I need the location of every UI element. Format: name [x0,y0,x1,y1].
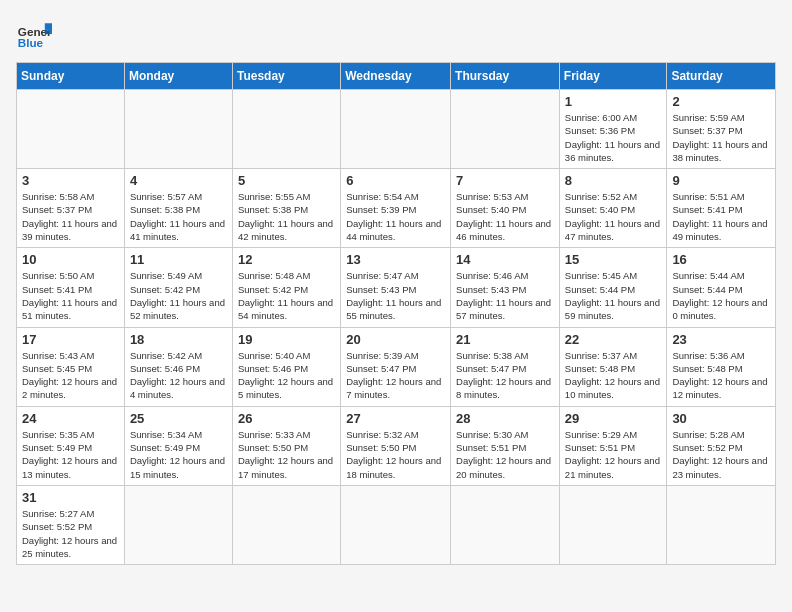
calendar-header-row: SundayMondayTuesdayWednesdayThursdayFrid… [17,63,776,90]
column-header-friday: Friday [559,63,667,90]
calendar-cell: 29Sunrise: 5:29 AM Sunset: 5:51 PM Dayli… [559,406,667,485]
day-number: 6 [346,173,445,188]
calendar-cell: 11Sunrise: 5:49 AM Sunset: 5:42 PM Dayli… [124,248,232,327]
day-number: 5 [238,173,335,188]
day-info: Sunrise: 5:59 AM Sunset: 5:37 PM Dayligh… [672,111,770,164]
calendar-cell: 2Sunrise: 5:59 AM Sunset: 5:37 PM Daylig… [667,90,776,169]
day-number: 17 [22,332,119,347]
calendar-week-6: 31Sunrise: 5:27 AM Sunset: 5:52 PM Dayli… [17,485,776,564]
day-number: 4 [130,173,227,188]
day-info: Sunrise: 5:49 AM Sunset: 5:42 PM Dayligh… [130,269,227,322]
day-info: Sunrise: 5:27 AM Sunset: 5:52 PM Dayligh… [22,507,119,560]
day-number: 20 [346,332,445,347]
calendar-cell: 18Sunrise: 5:42 AM Sunset: 5:46 PM Dayli… [124,327,232,406]
calendar-cell: 28Sunrise: 5:30 AM Sunset: 5:51 PM Dayli… [451,406,560,485]
calendar-cell: 17Sunrise: 5:43 AM Sunset: 5:45 PM Dayli… [17,327,125,406]
calendar-cell [667,485,776,564]
calendar-cell: 12Sunrise: 5:48 AM Sunset: 5:42 PM Dayli… [232,248,340,327]
logo-icon: General Blue [16,16,52,52]
day-info: Sunrise: 5:30 AM Sunset: 5:51 PM Dayligh… [456,428,554,481]
day-number: 9 [672,173,770,188]
day-info: Sunrise: 5:34 AM Sunset: 5:49 PM Dayligh… [130,428,227,481]
calendar-cell: 7Sunrise: 5:53 AM Sunset: 5:40 PM Daylig… [451,169,560,248]
calendar-cell: 30Sunrise: 5:28 AM Sunset: 5:52 PM Dayli… [667,406,776,485]
calendar-cell: 20Sunrise: 5:39 AM Sunset: 5:47 PM Dayli… [341,327,451,406]
calendar-cell: 4Sunrise: 5:57 AM Sunset: 5:38 PM Daylig… [124,169,232,248]
column-header-wednesday: Wednesday [341,63,451,90]
day-info: Sunrise: 5:33 AM Sunset: 5:50 PM Dayligh… [238,428,335,481]
calendar-week-5: 24Sunrise: 5:35 AM Sunset: 5:49 PM Dayli… [17,406,776,485]
calendar-cell: 15Sunrise: 5:45 AM Sunset: 5:44 PM Dayli… [559,248,667,327]
column-header-tuesday: Tuesday [232,63,340,90]
day-number: 3 [22,173,119,188]
day-number: 22 [565,332,662,347]
calendar-cell: 22Sunrise: 5:37 AM Sunset: 5:48 PM Dayli… [559,327,667,406]
day-info: Sunrise: 5:29 AM Sunset: 5:51 PM Dayligh… [565,428,662,481]
calendar-cell: 31Sunrise: 5:27 AM Sunset: 5:52 PM Dayli… [17,485,125,564]
day-number: 24 [22,411,119,426]
calendar-week-1: 1Sunrise: 6:00 AM Sunset: 5:36 PM Daylig… [17,90,776,169]
calendar-cell: 19Sunrise: 5:40 AM Sunset: 5:46 PM Dayli… [232,327,340,406]
column-header-thursday: Thursday [451,63,560,90]
day-info: Sunrise: 5:58 AM Sunset: 5:37 PM Dayligh… [22,190,119,243]
column-header-sunday: Sunday [17,63,125,90]
calendar-cell: 5Sunrise: 5:55 AM Sunset: 5:38 PM Daylig… [232,169,340,248]
day-number: 2 [672,94,770,109]
day-info: Sunrise: 6:00 AM Sunset: 5:36 PM Dayligh… [565,111,662,164]
calendar-cell [232,485,340,564]
day-number: 29 [565,411,662,426]
calendar-cell [124,90,232,169]
calendar-cell: 24Sunrise: 5:35 AM Sunset: 5:49 PM Dayli… [17,406,125,485]
day-info: Sunrise: 5:51 AM Sunset: 5:41 PM Dayligh… [672,190,770,243]
day-info: Sunrise: 5:46 AM Sunset: 5:43 PM Dayligh… [456,269,554,322]
column-header-saturday: Saturday [667,63,776,90]
day-info: Sunrise: 5:54 AM Sunset: 5:39 PM Dayligh… [346,190,445,243]
calendar-cell [124,485,232,564]
day-number: 14 [456,252,554,267]
header: General Blue [16,16,776,52]
day-number: 31 [22,490,119,505]
calendar-cell: 3Sunrise: 5:58 AM Sunset: 5:37 PM Daylig… [17,169,125,248]
day-number: 11 [130,252,227,267]
day-info: Sunrise: 5:40 AM Sunset: 5:46 PM Dayligh… [238,349,335,402]
calendar-cell: 9Sunrise: 5:51 AM Sunset: 5:41 PM Daylig… [667,169,776,248]
calendar-cell: 23Sunrise: 5:36 AM Sunset: 5:48 PM Dayli… [667,327,776,406]
day-info: Sunrise: 5:36 AM Sunset: 5:48 PM Dayligh… [672,349,770,402]
calendar-cell: 21Sunrise: 5:38 AM Sunset: 5:47 PM Dayli… [451,327,560,406]
day-number: 25 [130,411,227,426]
day-number: 8 [565,173,662,188]
day-number: 26 [238,411,335,426]
calendar-cell: 14Sunrise: 5:46 AM Sunset: 5:43 PM Dayli… [451,248,560,327]
calendar-cell [341,90,451,169]
day-info: Sunrise: 5:39 AM Sunset: 5:47 PM Dayligh… [346,349,445,402]
svg-text:Blue: Blue [18,36,44,49]
calendar-cell: 13Sunrise: 5:47 AM Sunset: 5:43 PM Dayli… [341,248,451,327]
day-number: 13 [346,252,445,267]
calendar-week-2: 3Sunrise: 5:58 AM Sunset: 5:37 PM Daylig… [17,169,776,248]
day-info: Sunrise: 5:53 AM Sunset: 5:40 PM Dayligh… [456,190,554,243]
day-info: Sunrise: 5:50 AM Sunset: 5:41 PM Dayligh… [22,269,119,322]
day-number: 19 [238,332,335,347]
day-info: Sunrise: 5:52 AM Sunset: 5:40 PM Dayligh… [565,190,662,243]
day-info: Sunrise: 5:55 AM Sunset: 5:38 PM Dayligh… [238,190,335,243]
calendar-cell: 6Sunrise: 5:54 AM Sunset: 5:39 PM Daylig… [341,169,451,248]
column-header-monday: Monday [124,63,232,90]
day-info: Sunrise: 5:42 AM Sunset: 5:46 PM Dayligh… [130,349,227,402]
logo: General Blue [16,16,52,52]
day-info: Sunrise: 5:57 AM Sunset: 5:38 PM Dayligh… [130,190,227,243]
calendar-cell: 25Sunrise: 5:34 AM Sunset: 5:49 PM Dayli… [124,406,232,485]
calendar-cell [17,90,125,169]
day-number: 15 [565,252,662,267]
calendar-cell [559,485,667,564]
day-info: Sunrise: 5:28 AM Sunset: 5:52 PM Dayligh… [672,428,770,481]
day-number: 10 [22,252,119,267]
day-number: 28 [456,411,554,426]
day-number: 18 [130,332,227,347]
calendar-cell [451,90,560,169]
calendar-cell [341,485,451,564]
calendar-cell: 27Sunrise: 5:32 AM Sunset: 5:50 PM Dayli… [341,406,451,485]
day-info: Sunrise: 5:35 AM Sunset: 5:49 PM Dayligh… [22,428,119,481]
calendar-table: SundayMondayTuesdayWednesdayThursdayFrid… [16,62,776,565]
day-number: 30 [672,411,770,426]
day-info: Sunrise: 5:47 AM Sunset: 5:43 PM Dayligh… [346,269,445,322]
